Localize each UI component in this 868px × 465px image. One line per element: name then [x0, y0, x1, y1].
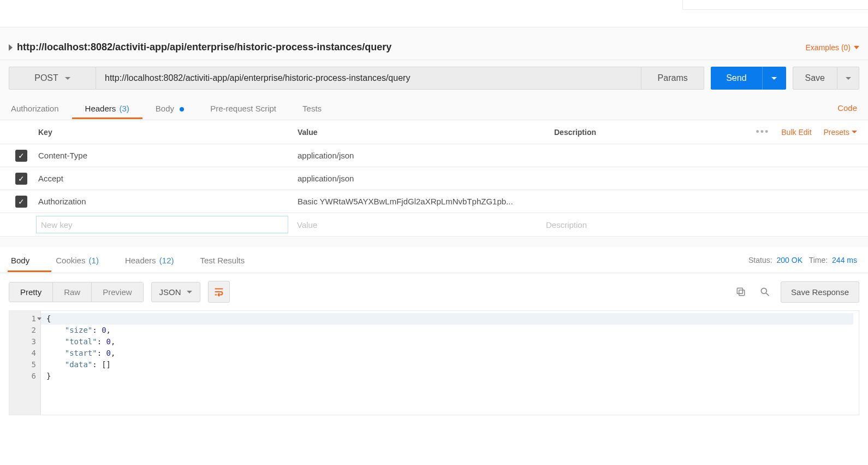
column-description: Description	[554, 128, 756, 137]
view-mode-group: Pretty Raw Preview	[9, 282, 144, 302]
new-value-placeholder[interactable]: Value	[288, 220, 545, 229]
resp-tab-test-results[interactable]: Test Results	[187, 248, 258, 272]
chevron-down-icon	[187, 291, 192, 293]
view-preview-button[interactable]: Preview	[91, 282, 142, 302]
row-checkbox[interactable]: ✓	[15, 173, 27, 185]
code-line: "data": []	[46, 359, 853, 370]
resp-tab-body[interactable]: Body	[11, 248, 43, 272]
code-line: "size": 0,	[46, 325, 853, 336]
save-dropdown[interactable]	[837, 67, 859, 90]
wrap-lines-button[interactable]	[208, 281, 230, 303]
chevron-down-icon	[771, 77, 777, 80]
language-select[interactable]: JSON	[151, 282, 200, 302]
tab-tests[interactable]: Tests	[289, 97, 335, 119]
chevron-down-icon	[846, 77, 851, 80]
tab-body[interactable]: Body	[142, 97, 197, 119]
code-line: }	[46, 370, 853, 382]
url-value: http://localhost:8082/activiti-app/api/e…	[105, 73, 410, 83]
code-line: "total": 0,	[46, 336, 853, 348]
new-key-input[interactable]	[36, 216, 288, 233]
search-button[interactable]	[757, 284, 773, 300]
save-button[interactable]: Save	[793, 67, 837, 90]
url-input[interactable]: http://localhost:8082/activiti-app/api/e…	[96, 67, 641, 90]
chevron-down-icon	[852, 131, 857, 133]
svg-point-2	[761, 288, 766, 293]
cookies-count: (1)	[89, 256, 99, 265]
header-key[interactable]: Accept	[38, 174, 298, 183]
modified-dot-icon	[180, 107, 184, 111]
examples-label: Examples (0)	[806, 43, 851, 52]
headers-count: (3)	[119, 104, 129, 113]
code-line: {	[41, 313, 853, 325]
view-pretty-button[interactable]: Pretty	[9, 282, 52, 302]
search-icon	[759, 286, 770, 297]
chevron-down-icon	[854, 46, 859, 49]
resp-headers-count: (12)	[159, 256, 174, 265]
section-divider	[0, 236, 868, 247]
header-value[interactable]: application/json	[298, 151, 554, 160]
method-value: POST	[34, 73, 58, 83]
header-value[interactable]: Basic YWRtaW5AYXBwLmFjdGl2aXRpLmNvbTphZG…	[298, 197, 554, 206]
resp-tab-headers[interactable]: Headers (12)	[112, 248, 187, 272]
new-description-placeholder[interactable]: Description	[545, 220, 868, 229]
presets-dropdown[interactable]: Presets	[824, 128, 857, 137]
resp-tab-cookies[interactable]: Cookies (1)	[43, 248, 112, 272]
header-row[interactable]: ✓Content-Typeapplication/json	[0, 144, 868, 167]
save-response-button[interactable]: Save Response	[781, 281, 859, 303]
line-gutter: 123456	[9, 311, 41, 415]
top-bar	[0, 0, 868, 27]
response-body-editor[interactable]: 123456 { "size": 0, "total": 0, "start":…	[9, 310, 859, 415]
response-time: Time: 244 ms	[809, 256, 857, 264]
request-title: http://localhost:8082/activiti-app/api/e…	[17, 42, 391, 53]
tab-prerequest[interactable]: Pre-request Script	[197, 97, 289, 119]
code-content: { "size": 0, "total": 0, "start": 0, "da…	[41, 311, 859, 415]
header-value[interactable]: application/json	[298, 174, 554, 183]
chevron-down-icon	[65, 77, 70, 80]
tab-authorization[interactable]: Authorization	[11, 97, 72, 119]
bulk-edit-link[interactable]: Bulk Edit	[781, 128, 811, 137]
check-icon: ✓	[18, 175, 25, 183]
check-icon: ✓	[18, 198, 25, 205]
examples-dropdown[interactable]: Examples (0)	[806, 43, 859, 52]
header-row[interactable]: ✓AuthorizationBasic YWRtaW5AYXBwLmFjdGl2…	[0, 190, 868, 213]
more-icon[interactable]: •••	[756, 126, 769, 138]
header-row[interactable]: ✓Acceptapplication/json	[0, 167, 868, 190]
copy-icon	[735, 286, 746, 297]
code-link[interactable]: Code	[837, 103, 857, 113]
header-key[interactable]: Content-Type	[38, 151, 298, 160]
response-status: Status: 200 OK	[748, 256, 802, 264]
fold-icon[interactable]	[37, 317, 41, 320]
headers-table: Key Value Description ••• Bulk Edit Pres…	[0, 120, 868, 236]
copy-button[interactable]	[733, 284, 749, 300]
method-select[interactable]: POST	[9, 67, 96, 90]
svg-rect-0	[739, 290, 745, 296]
side-panel-edge	[682, 0, 868, 10]
expand-icon[interactable]	[9, 44, 13, 51]
column-key: Key	[38, 128, 298, 137]
params-button[interactable]: Params	[641, 67, 704, 90]
wrap-icon	[213, 286, 225, 298]
check-icon: ✓	[18, 152, 25, 160]
row-checkbox[interactable]: ✓	[15, 150, 27, 162]
svg-rect-1	[737, 288, 742, 293]
row-checkbox[interactable]: ✓	[15, 196, 27, 208]
column-value: Value	[298, 128, 554, 137]
code-line: "start": 0,	[46, 348, 853, 359]
send-dropdown[interactable]	[762, 67, 786, 90]
tab-headers[interactable]: Headers (3)	[72, 97, 142, 119]
header-key[interactable]: Authorization	[38, 197, 298, 206]
svg-line-3	[766, 293, 769, 296]
send-button[interactable]: Send	[711, 67, 762, 90]
view-raw-button[interactable]: Raw	[52, 282, 91, 302]
